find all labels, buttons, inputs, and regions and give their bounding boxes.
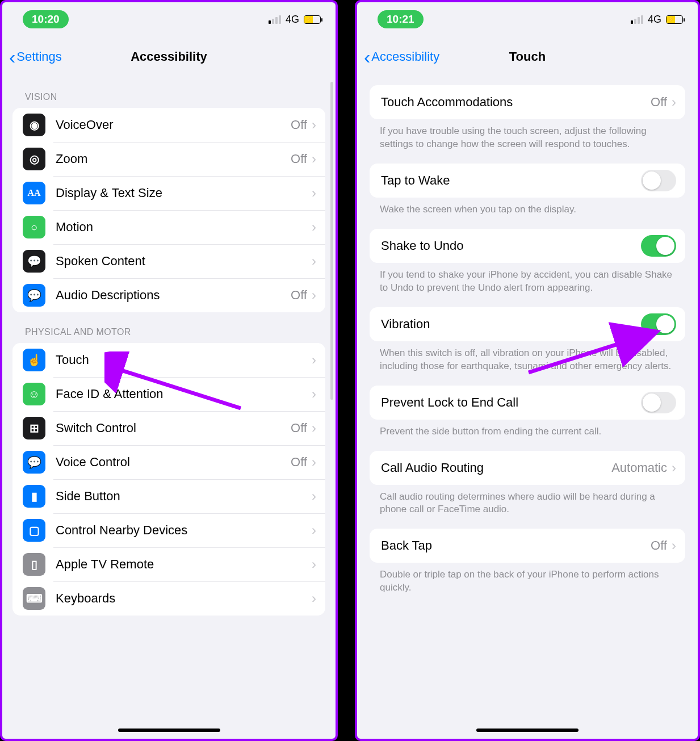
row-tap-to-wake[interactable]: Tap to Wake [370, 164, 685, 198]
footer-text: If you have trouble using the touch scre… [370, 119, 685, 164]
row-shake-to-undo[interactable]: Shake to Undo [370, 229, 685, 263]
row-voiceover[interactable]: ◉VoiceOverOff› [12, 108, 325, 142]
chevron-left-icon: ‹ [364, 47, 370, 66]
footer-text: Double or triple tap on the back of your… [370, 563, 685, 607]
row-value: Off [291, 152, 307, 166]
row-label: Audio Descriptions [56, 288, 291, 303]
network-label: 4G [648, 14, 661, 26]
status-bar: 10:21 4G ⚡ [357, 6, 698, 33]
cellular-signal-icon [631, 15, 643, 24]
row-label: Zoom [56, 152, 291, 166]
settings-group: Touch AccommodationsOff› [370, 85, 685, 119]
network-label: 4G [286, 14, 299, 26]
row-value: Off [651, 95, 667, 110]
apple-tv-icon: ▯ [23, 553, 45, 576]
row-vibration[interactable]: Vibration [370, 307, 685, 341]
nav-bar: ‹ Accessibility Touch [357, 40, 698, 74]
zoom-icon: ◎ [23, 148, 45, 170]
row-display-text-size[interactable]: AADisplay & Text Size› [12, 176, 325, 210]
spoken-content-icon: 💬 [23, 250, 45, 273]
footer-text: Prevent the side button from ending the … [370, 420, 685, 451]
row-label: Touch Accommodations [381, 95, 651, 110]
chevron-right-icon: › [312, 488, 316, 504]
chevron-left-icon: ‹ [9, 47, 15, 66]
row-label: Prevent Lock to End Call [381, 395, 641, 410]
row-label: Touch [56, 353, 312, 367]
chevron-right-icon: › [672, 94, 676, 110]
battery-icon: ⚡ [666, 15, 683, 24]
back-label: Settings [16, 49, 62, 64]
row-apple-tv-remote[interactable]: ▯Apple TV Remote› [12, 547, 325, 581]
row-touch[interactable]: ☝Touch› [12, 343, 325, 377]
row-label: Apple TV Remote [56, 557, 312, 572]
phone-right-touch: 10:21 4G ⚡ ‹ Accessibility Touch Touch A… [355, 0, 700, 741]
row-label: Tap to Wake [381, 173, 641, 188]
footer-text: Call audio routing determines where audi… [370, 485, 685, 529]
nav-bar: ‹ Settings Accessibility [2, 40, 336, 74]
keyboards-icon: ⌨ [23, 587, 45, 610]
row-label: Control Nearby Devices [56, 523, 312, 538]
row-spoken-content[interactable]: 💬Spoken Content› [12, 244, 325, 278]
row-touch-accommodations[interactable]: Touch AccommodationsOff› [370, 85, 685, 119]
row-label: Face ID & Attention [56, 387, 312, 401]
settings-group: Vibration [370, 307, 685, 341]
side-button-icon: ▮ [23, 485, 45, 508]
home-indicator[interactable] [118, 729, 220, 732]
row-label: Shake to Undo [381, 238, 641, 253]
nearby-devices-icon: ▢ [23, 519, 45, 542]
footer-text: If you tend to shake your iPhone by acci… [370, 263, 685, 307]
chevron-right-icon: › [312, 185, 316, 201]
chevron-right-icon: › [312, 454, 316, 470]
toggle-tap-to-wake[interactable] [641, 170, 676, 191]
row-side-button[interactable]: ▮Side Button› [12, 479, 325, 513]
status-time-pill[interactable]: 10:20 [23, 10, 69, 28]
chevron-right-icon: › [312, 287, 316, 303]
toggle-shake-to-undo[interactable] [641, 235, 676, 257]
row-label: VoiceOver [56, 118, 291, 132]
phone-left-accessibility: 10:20 4G ⚡ ‹ Settings Accessibility VISI… [0, 0, 338, 741]
scrollbar[interactable] [330, 82, 333, 400]
audio-desc-icon: 💬 [23, 284, 45, 307]
section-header: VISION [12, 77, 325, 108]
settings-group: Shake to Undo [370, 229, 685, 263]
row-control-nearby-devices[interactable]: ▢Control Nearby Devices› [12, 513, 325, 547]
switch-control-icon: ⊞ [23, 417, 45, 439]
faceid-icon: ☺ [23, 383, 45, 405]
row-voice-control[interactable]: 💬Voice ControlOff› [12, 445, 325, 479]
status-right: 4G ⚡ [631, 14, 683, 26]
row-motion[interactable]: ○Motion› [12, 210, 325, 244]
chevron-right-icon: › [312, 151, 316, 167]
back-button[interactable]: ‹ Accessibility [364, 47, 439, 66]
status-right: 4G ⚡ [269, 14, 321, 26]
touch-icon: ☝ [23, 349, 45, 371]
row-face-id-attention[interactable]: ☺Face ID & Attention› [12, 377, 325, 411]
row-switch-control[interactable]: ⊞Switch ControlOff› [12, 411, 325, 445]
battery-icon: ⚡ [304, 15, 321, 24]
settings-group: ◉VoiceOverOff›◎ZoomOff›AADisplay & Text … [12, 108, 325, 312]
chevron-right-icon: › [672, 538, 676, 554]
settings-group: Back TapOff› [370, 529, 685, 563]
chevron-right-icon: › [312, 591, 316, 606]
chevron-right-icon: › [312, 522, 316, 538]
text-size-icon: AA [23, 182, 45, 204]
home-indicator[interactable] [476, 729, 579, 732]
status-time-pill[interactable]: 10:21 [378, 10, 424, 28]
toggle-vibration[interactable] [641, 313, 676, 335]
cellular-signal-icon [269, 15, 281, 24]
row-keyboards[interactable]: ⌨Keyboards› [12, 581, 325, 616]
row-value: Automatic [611, 460, 667, 475]
row-label: Voice Control [56, 455, 291, 470]
chevron-right-icon: › [672, 460, 676, 476]
row-label: Call Audio Routing [381, 460, 611, 475]
voice-control-icon: 💬 [23, 451, 45, 474]
row-label: Side Button [56, 489, 312, 504]
row-zoom[interactable]: ◎ZoomOff› [12, 142, 325, 176]
row-audio-descriptions[interactable]: 💬Audio DescriptionsOff› [12, 278, 325, 312]
back-button[interactable]: ‹ Settings [9, 47, 62, 66]
row-value: Off [291, 455, 307, 470]
row-value: Off [291, 421, 307, 436]
toggle-prevent-lock-to-end-call[interactable] [641, 392, 676, 413]
row-call-audio-routing[interactable]: Call Audio RoutingAutomatic› [370, 451, 685, 485]
row-prevent-lock-to-end-call[interactable]: Prevent Lock to End Call [370, 386, 685, 420]
row-back-tap[interactable]: Back TapOff› [370, 529, 685, 563]
